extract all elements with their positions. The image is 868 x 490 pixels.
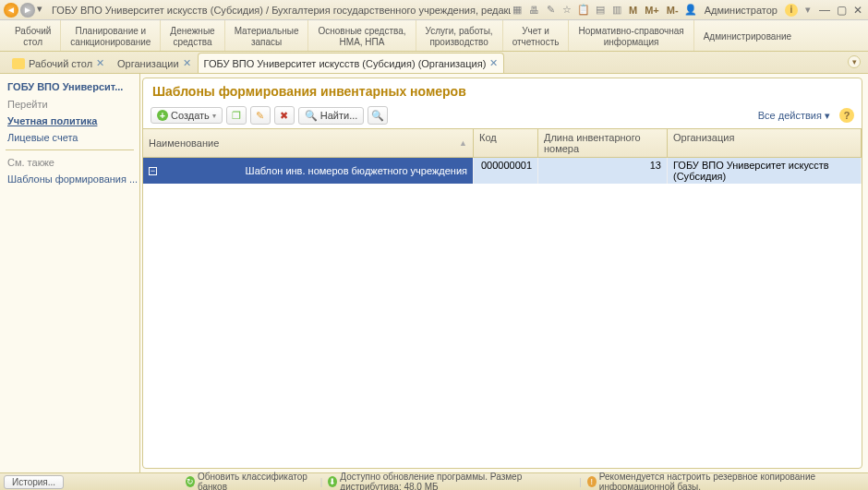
col-code[interactable]: Код: [474, 129, 538, 157]
print-icon[interactable]: 🖶: [527, 4, 540, 17]
sidebar-see-also: См. также: [0, 154, 139, 171]
create-label: Создать: [171, 110, 210, 121]
edit-button[interactable]: ✎: [250, 106, 271, 125]
m-minus-button[interactable]: M-: [665, 5, 681, 16]
col-org[interactable]: Организация: [668, 129, 862, 157]
sidebar: ГОБУ ВПО Университ... Перейти Учетная по…: [0, 74, 140, 472]
menu-materials[interactable]: Материальныезапасы: [225, 20, 309, 51]
sidebar-policy[interactable]: Учетная политика: [0, 113, 139, 129]
menu-cash[interactable]: Денежныесредства: [161, 20, 224, 51]
tab-bar: Рабочий стол ✕ Организации ✕ ГОБУ ВПО Ун…: [0, 52, 868, 74]
tab-close-icon[interactable]: ✕: [489, 57, 498, 69]
status-update-available[interactable]: ⬇ Доступно обновление программы. Размер …: [328, 472, 573, 490]
tab-organizations[interactable]: Организации ✕: [111, 53, 198, 73]
search-icon: 🔍: [305, 110, 318, 122]
desktop-icon: [12, 58, 25, 69]
status-backup-recommend[interactable]: ! Рекомендуется настроить резервное копи…: [587, 472, 864, 490]
tab-label: Рабочий стол: [29, 58, 92, 69]
find-label: Найти...: [320, 110, 358, 121]
plus-icon: +: [157, 110, 168, 121]
grid-icon[interactable]: ▦: [511, 4, 524, 17]
dropdown-icon[interactable]: ▾: [802, 4, 814, 17]
status-update-banks[interactable]: ↻ Обновить классификатор банков: [186, 472, 315, 490]
maximize-button[interactable]: ▢: [835, 4, 848, 17]
grid-header: Наименование▲ Код Длина инвентарного ном…: [143, 129, 862, 158]
tool-icon[interactable]: ✎: [544, 4, 557, 17]
close-button[interactable]: ✕: [851, 4, 864, 17]
menu-desktop[interactable]: Рабочийстол: [6, 20, 61, 51]
menu-accounting[interactable]: Учет иотчетность: [503, 20, 570, 51]
tab-close-icon[interactable]: ✕: [96, 57, 104, 69]
tabs-overflow-button[interactable]: ▾: [848, 55, 861, 68]
calendar-icon[interactable]: ▥: [610, 4, 623, 17]
main-menu: Рабочийстол Планирование исанкционирован…: [0, 20, 868, 52]
user-label[interactable]: Администратор: [701, 5, 781, 16]
titlebar: ◄ ► ▾ ГОБУ ВПО Университет искусств (Суб…: [0, 0, 868, 20]
nav-back-button[interactable]: ◄: [4, 3, 18, 18]
menu-assets[interactable]: Основные средства,НМА, НПА: [308, 20, 416, 51]
tab-desktop[interactable]: Рабочий стол ✕: [6, 53, 111, 73]
menu-admin[interactable]: Администрирование: [694, 20, 801, 51]
dropdown-icon: ▾: [212, 112, 216, 120]
sort-asc-icon: ▲: [459, 138, 467, 148]
help-button[interactable]: ?: [839, 108, 854, 123]
sidebar-templates[interactable]: Шаблоны формирования ...: [0, 171, 139, 187]
menu-services[interactable]: Услуги, работы,производство: [416, 20, 503, 51]
menu-reference[interactable]: Нормативно-справочнаяинформация: [569, 20, 693, 51]
download-icon: ⬇: [328, 476, 337, 487]
find-button[interactable]: 🔍 Найти...: [298, 107, 365, 125]
nav-forward-button[interactable]: ►: [20, 3, 35, 18]
content-panel: Шаблоны формирования инвентарных номеров…: [142, 78, 862, 469]
workarea: ГОБУ ВПО Университ... Перейти Учетная по…: [0, 74, 868, 472]
minimize-button[interactable]: —: [818, 4, 831, 17]
tab-label: Организации: [117, 58, 179, 69]
tab-close-icon[interactable]: ✕: [183, 57, 191, 69]
clear-find-button[interactable]: 🔍: [368, 106, 388, 125]
menu-planning[interactable]: Планирование исанкционирование: [61, 20, 161, 51]
refresh-icon: ↻: [186, 476, 195, 487]
tab-label: ГОБУ ВПО Университет искусств (Субсидия)…: [204, 58, 487, 69]
m-plus-button[interactable]: M+: [643, 5, 661, 16]
sidebar-goto: Перейти: [0, 96, 139, 113]
user-icon: 👤: [684, 4, 697, 17]
collapse-icon[interactable]: −: [149, 167, 157, 175]
window-title: ГОБУ ВПО Университет искусств (Субсидия)…: [52, 5, 511, 16]
toolbar: + Создать ▾ ❐ ✎ ✖ 🔍 Найти... 🔍 Все дейст…: [143, 104, 862, 128]
all-actions-link[interactable]: Все действия ▾: [758, 110, 830, 122]
delete-button[interactable]: ✖: [274, 106, 295, 125]
calc-icon[interactable]: ▤: [594, 4, 607, 17]
clipboard-icon[interactable]: 📋: [577, 4, 590, 17]
grid-row[interactable]: − Шаблон инв. номеров бюджетного учрежде…: [143, 158, 862, 184]
cell-code: 000000001: [474, 158, 538, 184]
col-name[interactable]: Наименование▲: [143, 129, 474, 157]
cell-org: ГОБУ ВПО Университет искусств (Субсидия): [668, 158, 862, 184]
history-button[interactable]: История...: [4, 475, 64, 489]
copy-button[interactable]: ❐: [226, 106, 247, 125]
col-length[interactable]: Длина инвентарного номера: [538, 129, 668, 157]
status-bar: История... ↻ Обновить классификатор банк…: [0, 472, 868, 490]
m-button[interactable]: M: [627, 5, 639, 16]
sidebar-accounts[interactable]: Лицевые счета: [0, 129, 139, 146]
warning-icon: !: [587, 476, 597, 487]
nav-dropdown-icon[interactable]: ▾: [37, 3, 46, 18]
sidebar-separator: [6, 149, 134, 150]
info-icon[interactable]: i: [785, 4, 798, 17]
data-grid: Наименование▲ Код Длина инвентарного ном…: [143, 128, 862, 468]
star-icon[interactable]: ☆: [561, 4, 573, 17]
create-button[interactable]: + Создать ▾: [151, 107, 223, 124]
cell-length: 13: [538, 158, 668, 184]
sidebar-header: ГОБУ ВПО Университ...: [0, 78, 139, 96]
content-heading: Шаблоны формирования инвентарных номеров: [143, 78, 862, 104]
cell-name: − Шаблон инв. номеров бюджетного учрежде…: [143, 158, 474, 184]
tab-organization-detail[interactable]: ГОБУ ВПО Университет искусств (Субсидия)…: [198, 53, 505, 73]
